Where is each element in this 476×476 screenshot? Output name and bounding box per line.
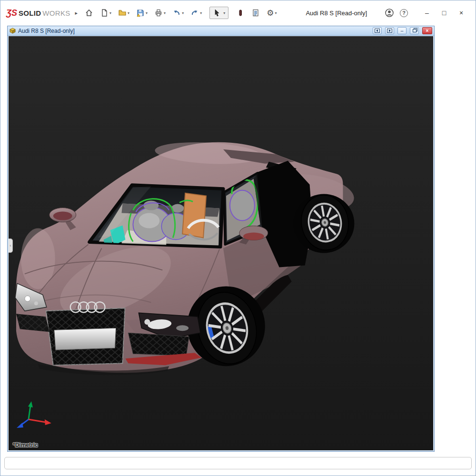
select-cursor-icon — [213, 9, 221, 17]
report-icon — [251, 9, 260, 17]
open-folder-icon — [118, 9, 127, 17]
home-icon — [85, 9, 93, 17]
pane-next-button[interactable] — [385, 27, 394, 34]
help-button[interactable]: ? — [400, 9, 408, 17]
gear-icon[interactable]: ⚙ — [267, 9, 274, 17]
dropdown-caret-icon[interactable]: ▾ — [164, 11, 166, 15]
open-button[interactable]: ▾ — [118, 9, 129, 17]
titlebar-document-title: Audi R8 S [Read-only] — [306, 10, 367, 17]
restore-icon — [413, 29, 416, 32]
doc-minimize-button[interactable]: – — [397, 27, 407, 34]
doc-close-button[interactable]: × — [422, 27, 432, 34]
select-tool-button[interactable]: ▾ — [209, 7, 228, 19]
brand-solid: SOLID — [19, 9, 41, 17]
account-icon[interactable] — [385, 8, 394, 18]
dropdown-caret-icon[interactable]: ▾ — [275, 11, 277, 15]
display-pill-icon — [236, 9, 245, 17]
part-cube-icon — [10, 28, 16, 34]
new-document-button[interactable]: ▾ — [100, 9, 111, 17]
redo-icon — [190, 9, 199, 17]
minimize-button[interactable]: – — [418, 9, 436, 17]
dropdown-caret-icon[interactable]: ▾ — [128, 11, 129, 15]
doc-restore-button[interactable] — [410, 27, 419, 34]
print-icon — [154, 9, 163, 17]
undo-button[interactable]: ▾ — [172, 9, 184, 17]
save-icon — [136, 9, 145, 17]
options-button[interactable]: ⚙ ▾ — [267, 9, 277, 17]
dropdown-caret-icon[interactable]: ▾ — [109, 11, 111, 15]
dropdown-caret-icon[interactable]: ▾ — [146, 11, 148, 15]
graphics-area[interactable]: *Dimetric ‹ — [9, 36, 433, 450]
view-orientation-label: *Dimetric — [13, 442, 38, 448]
save-button[interactable]: ▾ — [136, 9, 148, 17]
3d-scene[interactable] — [9, 36, 433, 450]
status-bar — [4, 457, 472, 469]
document-title: Audi R8 S [Read-only] — [18, 28, 75, 34]
app-titlebar: ƷS SOLIDWORKS ▸ ▾ ▾ ▾ ▾ ▾ ▾ ▾ ⚙ — [0, 0, 476, 25]
document-titlebar[interactable]: Audi R8 S [Read-only] – × — [8, 26, 434, 36]
home-button[interactable] — [85, 9, 93, 17]
dropdown-caret-icon[interactable]: ▾ — [182, 11, 184, 15]
close-button[interactable]: × — [453, 9, 470, 17]
document-window: Audi R8 S [Read-only] – × — [7, 26, 435, 452]
solidworks-app: { "titlebar": { "brand_glyph": "ƷS", "br… — [0, 0, 476, 476]
menu-expand-chevron-icon[interactable]: ▸ — [75, 10, 78, 16]
maximize-button[interactable]: □ — [436, 9, 453, 17]
3ds-logo-icon: ƷS — [6, 8, 17, 18]
solidworks-logo: ƷS SOLIDWORKS — [6, 8, 70, 18]
feature-pane-collapse-handle[interactable]: ‹ — [9, 238, 13, 253]
window-controls: – □ × — [418, 9, 470, 17]
undo-icon — [172, 9, 181, 17]
new-document-icon — [100, 9, 109, 17]
license-plate — [54, 328, 116, 350]
evaluate-button[interactable] — [251, 9, 260, 17]
brand-works: WORKS — [42, 9, 70, 17]
print-button[interactable]: ▾ — [154, 9, 166, 17]
dropdown-caret-icon[interactable]: ▾ — [223, 11, 225, 15]
pane-previous-button[interactable] — [373, 27, 382, 34]
redo-button[interactable]: ▾ — [190, 9, 202, 17]
dropdown-caret-icon[interactable]: ▾ — [200, 11, 202, 15]
display-tool-button[interactable] — [236, 9, 245, 17]
